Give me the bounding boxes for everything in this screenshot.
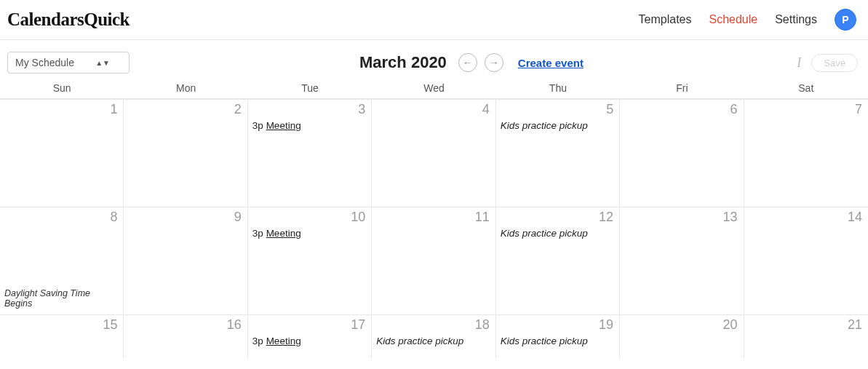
day-number: 21 [749, 318, 864, 333]
day-cell[interactable]: 20 [620, 314, 744, 358]
day-number: 5 [501, 103, 615, 117]
day-number: 15 [4, 318, 119, 333]
day-number: 1 [4, 103, 119, 117]
calendar-event[interactable]: 3p Meeting [252, 120, 367, 131]
day-cell[interactable]: 7 [744, 99, 868, 207]
day-number: 19 [501, 318, 615, 333]
nav-settings[interactable]: Settings [775, 13, 817, 26]
day-number: 18 [376, 318, 490, 333]
calendar-event[interactable]: Kids practice pickup [501, 120, 615, 131]
event-time: 3p [252, 336, 266, 346]
day-number: 10 [252, 210, 367, 225]
event-title: Kids practice pickup [376, 336, 463, 346]
dow-thu: Thu [496, 81, 620, 98]
calendar-event[interactable]: Kids practice pickup [501, 336, 615, 346]
save-button[interactable]: Save [811, 54, 858, 72]
day-number: 8 [4, 210, 119, 225]
arrow-left-icon: ← [463, 57, 473, 68]
event-time: 3p [252, 228, 266, 239]
event-title: Kids practice pickup [501, 228, 588, 239]
day-cell[interactable]: 21 [744, 314, 868, 358]
schedule-select[interactable]: My Schedule ▲▼ [7, 52, 130, 74]
right-tools: I Save [797, 54, 858, 72]
avatar[interactable]: P [835, 9, 856, 31]
event-title: Kids practice pickup [501, 120, 588, 131]
toolbar: My Schedule ▲▼ March 2020 ← → Create eve… [0, 40, 868, 81]
dow-wed: Wed [372, 81, 495, 98]
day-number: 7 [749, 103, 864, 117]
day-cell[interactable]: 14 [744, 207, 868, 314]
day-number: 2 [128, 103, 242, 117]
day-cell[interactable]: 33p Meeting [248, 99, 372, 207]
dow-tue: Tue [248, 81, 372, 98]
nav-schedule[interactable]: Schedule [709, 13, 757, 26]
create-event-link[interactable]: Create event [518, 57, 584, 69]
day-cell[interactable]: 11 [372, 207, 495, 314]
day-number: 14 [749, 210, 864, 225]
day-number: 3 [252, 103, 367, 117]
day-number: 20 [624, 318, 738, 333]
italic-toggle[interactable]: I [797, 55, 801, 71]
caret-icon: ▲▼ [95, 59, 110, 67]
day-cell[interactable]: 6 [620, 99, 744, 207]
arrow-right-icon: → [489, 57, 499, 68]
day-cell[interactable]: 103p Meeting [248, 207, 372, 314]
event-time: 3p [252, 120, 266, 131]
day-cell[interactable]: 4 [372, 99, 495, 207]
day-cell[interactable]: 2 [124, 99, 247, 207]
day-cell[interactable]: 5Kids practice pickup [496, 99, 620, 207]
dow-row: Sun Mon Tue Wed Thu Fri Sat [0, 81, 868, 99]
dow-sat: Sat [744, 81, 868, 98]
event-title: Kids practice pickup [501, 336, 588, 346]
day-cell[interactable]: 12Kids practice pickup [496, 207, 620, 314]
dow-sun: Sun [0, 81, 124, 98]
calendar-event[interactable]: Kids practice pickup [376, 336, 490, 346]
day-number: 12 [501, 210, 615, 225]
calendar-event[interactable]: 3p Meeting [252, 228, 367, 239]
day-cell[interactable]: 173p Meeting [248, 314, 372, 358]
top-nav: Templates Schedule Settings P [639, 9, 856, 31]
day-note: Daylight Saving Time Begins [4, 288, 119, 310]
next-month-button[interactable]: → [485, 53, 503, 72]
month-title: March 2020 [359, 53, 447, 72]
day-cell[interactable]: 19Kids practice pickup [496, 314, 620, 358]
schedule-select-value: My Schedule [15, 57, 74, 68]
topbar: CalendarsQuick Templates Schedule Settin… [0, 0, 868, 40]
calendar-grid: 1233p Meeting45Kids practice pickup678Da… [0, 99, 868, 358]
day-number: 4 [376, 103, 490, 117]
dow-fri: Fri [620, 81, 744, 98]
day-cell[interactable]: 18Kids practice pickup [372, 314, 495, 358]
nav-templates[interactable]: Templates [639, 13, 692, 26]
day-number: 17 [252, 318, 367, 333]
day-cell[interactable]: 9 [124, 207, 247, 314]
day-cell[interactable]: 8Daylight Saving Time Begins [0, 207, 124, 314]
day-cell[interactable]: 13 [620, 207, 744, 314]
calendar-event[interactable]: 3p Meeting [252, 336, 367, 346]
day-cell[interactable]: 1 [0, 99, 124, 207]
day-number: 16 [128, 318, 242, 333]
event-title: Meeting [266, 228, 301, 239]
month-nav: March 2020 ← → Create event [240, 53, 584, 72]
day-cell[interactable]: 15 [0, 314, 124, 358]
day-number: 9 [128, 210, 242, 225]
day-number: 11 [376, 210, 490, 225]
event-title: Meeting [266, 336, 301, 346]
calendar-event[interactable]: Kids practice pickup [501, 228, 615, 239]
day-number: 6 [624, 103, 738, 117]
prev-month-button[interactable]: ← [458, 53, 477, 72]
day-cell[interactable]: 16 [124, 314, 247, 358]
dow-mon: Mon [124, 81, 247, 98]
event-title: Meeting [266, 120, 301, 131]
day-number: 13 [624, 210, 738, 225]
brand-logo[interactable]: CalendarsQuick [7, 9, 130, 30]
